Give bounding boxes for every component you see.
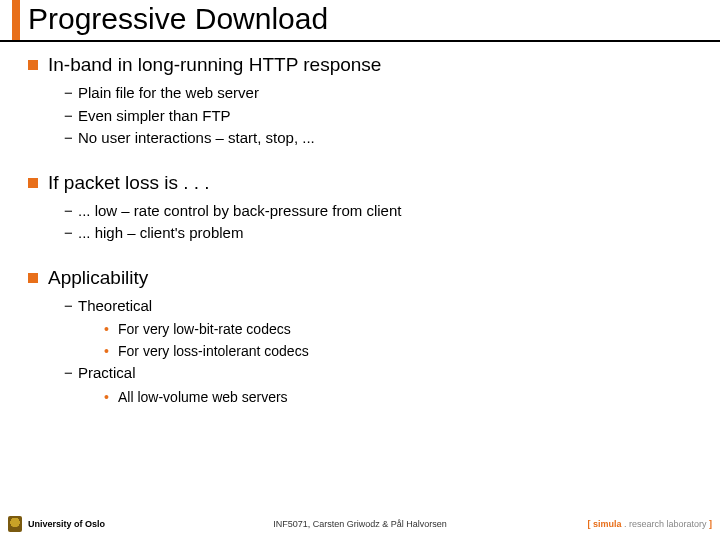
title-accent (12, 0, 20, 40)
footer-left: University of Oslo (8, 516, 105, 532)
footer-right: [ simula . research laboratory ] (587, 519, 712, 529)
bullet-square-icon (28, 60, 38, 70)
sub-list: ... low – rate control by back-pressure … (64, 200, 700, 245)
list-item: Practical All low-volume web servers (64, 362, 700, 408)
uio-crest-icon (8, 516, 22, 532)
title-underline (0, 40, 720, 42)
group-label: Practical (78, 364, 136, 381)
section-header: If packet loss is . . . (28, 172, 700, 194)
bullet-square-icon (28, 178, 38, 188)
sub-list: Theoretical For very low-bit-rate codecs… (64, 295, 700, 409)
title-bar: Progressive Download (0, 0, 720, 36)
footer-center: INF5071, Carsten Griwodz & Pål Halvorsen (273, 519, 447, 529)
section-title: If packet loss is . . . (48, 172, 210, 194)
section-2: If packet loss is . . . ... low – rate c… (28, 172, 700, 245)
group-label: Theoretical (78, 297, 152, 314)
slide-content: In-band in long-running HTTP response Pl… (0, 36, 720, 409)
list-item: No user interactions – start, stop, ... (64, 127, 700, 150)
section-header: In-band in long-running HTTP response (28, 54, 700, 76)
bullet-square-icon (28, 273, 38, 283)
bullet-list: All low-volume web servers (104, 387, 700, 409)
section-title: In-band in long-running HTTP response (48, 54, 381, 76)
list-item: Plain file for the web server (64, 82, 700, 105)
section-3: Applicability Theoretical For very low-b… (28, 267, 700, 409)
slide: Progressive Download In-band in long-run… (0, 0, 720, 540)
list-item: ... high – client's problem (64, 222, 700, 245)
section-header: Applicability (28, 267, 700, 289)
brand-lab: research laboratory (629, 519, 707, 529)
footer-left-text: University of Oslo (28, 519, 105, 529)
list-item: Even simpler than FTP (64, 105, 700, 128)
section-title: Applicability (48, 267, 148, 289)
bullet-list: For very low-bit-rate codecs For very lo… (104, 319, 700, 362)
brand-name: simula (593, 519, 622, 529)
list-item: All low-volume web servers (104, 387, 700, 409)
list-item: For very loss-intolerant codecs (104, 341, 700, 363)
list-item: For very low-bit-rate codecs (104, 319, 700, 341)
footer: University of Oslo INF5071, Carsten Griw… (0, 514, 720, 534)
sub-list: Plain file for the web server Even simpl… (64, 82, 700, 150)
section-1: In-band in long-running HTTP response Pl… (28, 54, 700, 150)
bracket-close: ] (707, 519, 713, 529)
list-item: ... low – rate control by back-pressure … (64, 200, 700, 223)
brand-dot: . (621, 519, 629, 529)
list-item: Theoretical For very low-bit-rate codecs… (64, 295, 700, 363)
slide-title: Progressive Download (28, 2, 720, 36)
